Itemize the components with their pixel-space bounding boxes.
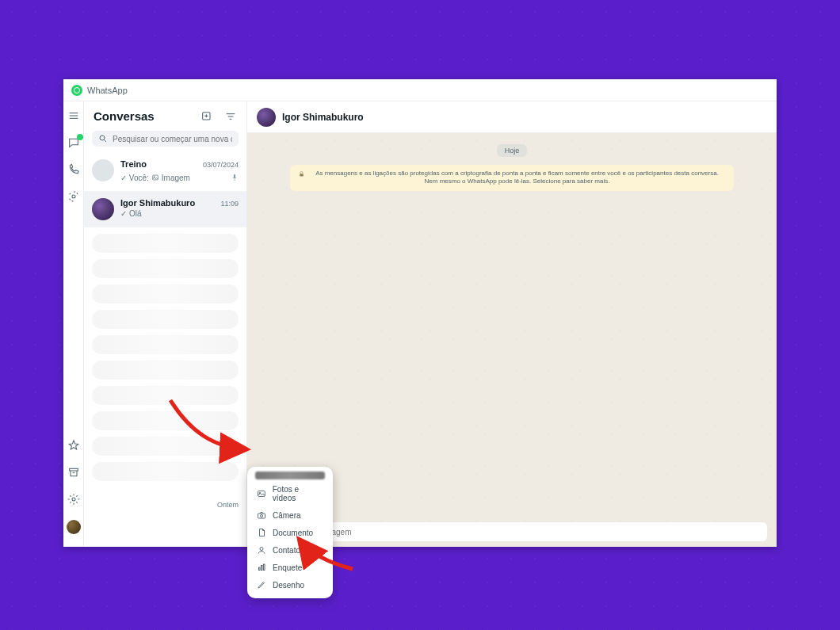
avatar [92,159,114,181]
attach-poll[interactable]: Enquete [247,559,333,576]
svg-point-3 [72,195,75,198]
attach-camera[interactable]: Câmera [247,506,333,524]
conversation-placeholder [92,411,239,430]
conversation-placeholder [92,284,239,304]
svg-point-25 [261,515,263,517]
chat-header-name: Igor Shimabukuro [282,112,364,123]
document-icon [257,528,266,537]
search-icon [98,134,108,143]
contact-icon [257,545,266,555]
conversation-placeholder [92,335,239,354]
image-icon [257,489,266,498]
poll-icon [257,563,266,572]
date-chip: Hoje [497,144,528,157]
camera-icon [257,510,266,520]
conversation-name: Igor Shimabukuro [120,198,195,208]
chat-header[interactable]: Igor Shimabukuro [247,101,777,133]
pin-icon [231,170,239,185]
message-input[interactable] [304,522,767,541]
attach-contact[interactable]: Contato [247,541,333,559]
avatar [257,108,276,127]
svg-rect-27 [259,567,261,571]
conversation-placeholder [92,437,239,456]
whatsapp-logo-icon [71,85,82,96]
conversation-placeholder [92,386,239,405]
search-box[interactable] [92,131,239,147]
svg-point-26 [260,548,263,551]
attach-drawing[interactable]: Desenho [247,576,333,594]
settings-icon[interactable] [67,493,80,506]
svg-rect-4 [69,468,78,471]
conversation-item[interactable]: Treino 03/07/2024 ✓ Você: Imagem [84,153,246,192]
lock-icon [298,170,305,178]
menu-icon[interactable] [67,109,80,122]
svg-rect-29 [264,564,265,571]
new-chat-icon[interactable] [200,110,213,123]
conversation-preview: ✓ Olá [120,209,142,218]
conversation-time: 03/07/2024 [203,161,239,169]
image-icon [151,174,159,181]
starred-icon[interactable] [67,439,80,452]
conversation-time: 11:09 [220,200,239,208]
conversation-placeholder [92,259,239,278]
encryption-notice[interactable]: As mensagens e as ligações são protegida… [290,165,734,191]
svg-rect-18 [300,174,304,176]
pencil-icon [257,580,266,590]
conversation-placeholder [92,234,239,253]
app-title: WhatsApp [87,86,128,95]
calls-icon[interactable] [67,163,80,176]
archive-icon[interactable] [67,466,80,479]
conversation-placeholder [92,361,239,380]
svg-line-14 [105,140,107,143]
attach-document[interactable]: Documento [247,524,333,541]
filter-icon[interactable] [224,110,237,123]
svg-rect-28 [262,566,263,571]
attach-menu: Fotos e vídeos Câmera Documento Contato … [247,467,333,598]
svg-rect-24 [258,514,265,518]
conversation-item[interactable]: Igor Shimabukuro 11:09 ✓ Olá [84,192,246,227]
svg-rect-15 [152,175,158,180]
svg-point-6 [72,498,75,501]
avatar [92,198,114,220]
conversation-name: Treino [120,159,147,169]
conversation-preview: ✓ Você: Imagem [120,174,190,182]
attach-photos-videos[interactable]: Fotos e vídeos [247,481,333,506]
svg-point-13 [100,136,105,140]
conversations-panel: Conversas [84,101,247,547]
search-input[interactable] [113,135,232,143]
svg-rect-22 [258,491,265,497]
chat-body: Hoje As mensagens e as ligações são prot… [247,133,777,517]
status-icon[interactable] [67,190,80,203]
conversations-title: Conversas [94,109,155,123]
list-date-label: Ontem [217,501,239,509]
chats-icon[interactable] [67,136,80,149]
window-titlebar: WhatsApp [63,79,777,101]
whatsapp-window: WhatsApp [63,79,777,547]
nav-rail [63,101,84,547]
conversation-placeholder [92,462,239,481]
conversation-placeholder [92,310,239,329]
profile-avatar[interactable] [67,520,81,534]
conversation-list: Treino 03/07/2024 ✓ Você: Imagem [84,153,246,547]
